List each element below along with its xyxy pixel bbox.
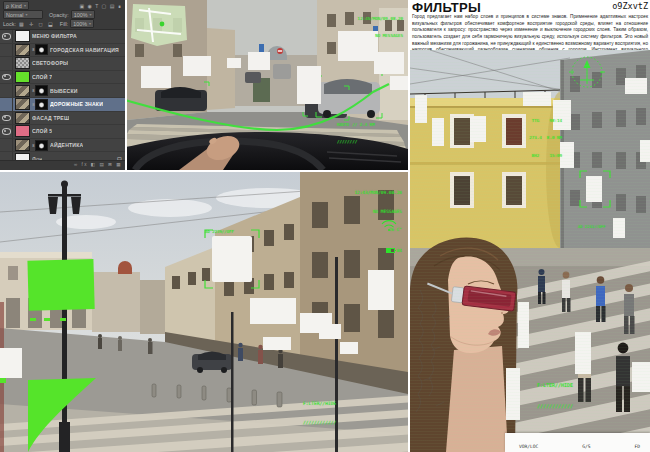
visibility-toggle[interactable] — [0, 57, 13, 70]
visibility-toggle[interactable] — [0, 139, 13, 152]
fill-value: 100% — [73, 21, 87, 27]
layer-name: ДОРОЖНЫЕ ЗНАКИ — [50, 101, 103, 107]
layer-name: МЕНЮ ФИЛЬТРА — [32, 33, 77, 39]
right-text-column: ФИЛЬТРЫ o9ZxvtZ Город предлагает нам наб… — [410, 0, 650, 452]
layer-thumbnail — [15, 44, 30, 56]
layer-name: СВЕТОФОРЫ — [32, 60, 68, 66]
layer-mask-thumbnail — [35, 140, 48, 151]
vor-loc-label: VOR/LOC — [519, 444, 538, 449]
layers-panel-footer-icons[interactable]: ∞ fx ◧ ▤ ⊞ ▦ — [0, 160, 125, 170]
gs-label: G/S — [582, 444, 590, 449]
opacity-value: 100% — [74, 12, 88, 18]
kind-filter-dropdown[interactable]: ρ Kind ▾ — [3, 1, 29, 10]
layer-thumbnail — [15, 125, 30, 137]
visibility-toggle[interactable] — [0, 30, 13, 43]
layer-row[interactable]: СВЕТОФОРЫ — [0, 57, 125, 71]
eye-icon — [2, 128, 11, 135]
street-filter-hud: F:LTER//HIDE //////////// TRAFFIC SIGN /… — [303, 388, 356, 452]
opacity-label: Opacity: — [49, 12, 69, 18]
layer-row[interactable]: 8 ВЫВЕСКИ — [0, 84, 125, 98]
visibility-toggle[interactable] — [0, 112, 13, 125]
layer-mask-thumbnail — [35, 85, 48, 96]
layer-row[interactable]: СЛОЙ 7 — [0, 71, 125, 85]
chevron-down-icon: ▾ — [24, 3, 26, 8]
search-icon: ρ — [6, 3, 9, 9]
kind-label: Kind — [11, 3, 22, 9]
bracket-tag: AD 2239//OFF — [205, 218, 234, 246]
fill-dropdown[interactable]: 100% ▾ — [70, 19, 94, 28]
bracket-tag: AD 2241//OFF — [578, 213, 605, 240]
nav-hud: TTG 98:14 273.4 8.0 NM BH2 15:09 — [529, 106, 562, 171]
layer-thumbnail — [15, 85, 30, 97]
woman-portrait — [410, 238, 517, 452]
fill-label: Fill: — [60, 21, 68, 27]
layer-thumbnail — [15, 112, 30, 124]
layer-name: СЛОЙ 7 — [32, 74, 52, 80]
layer-row[interactable]: МЕНЮ ФИЛЬТРА — [0, 30, 125, 44]
visibility-toggle[interactable] — [0, 84, 13, 97]
filter-type-icons[interactable]: ▣ ◉ T ▢ ▤ ∎ — [79, 3, 122, 9]
visibility-toggle[interactable] — [0, 71, 13, 84]
layer-mask-thumbnail — [35, 99, 48, 110]
fd-label: FD — [634, 444, 640, 449]
blend-mode-dropdown[interactable]: Normal ▾ — [3, 10, 43, 19]
layer-name: ФАСАД ТРЕШ — [32, 115, 69, 121]
chevron-down-icon: ▾ — [25, 12, 27, 17]
drive-status-hud: 12:45/MON/09.08.20 NO MESSAGES — [358, 4, 403, 51]
layer-name: ВЫВЕСКИ — [50, 88, 78, 94]
layers-panel-header: ρ Kind ▾ ▣ ◉ T ▢ ▤ ∎ Normal ▾ Opacity: 1… — [0, 0, 125, 30]
opacity-dropdown[interactable]: 100% ▾ — [71, 10, 95, 19]
current-location-dot — [160, 22, 165, 27]
layer-name: АЙДЕНТИКА — [50, 142, 83, 148]
layer-name: ГОРОДСКАЯ НАВИГАЦИЯ — [50, 47, 119, 53]
layer-thumbnail — [15, 57, 30, 69]
layer-thumbnail — [15, 98, 30, 110]
layer-row[interactable]: 8 ГОРОДСКАЯ НАВИГАЦИЯ — [0, 44, 125, 58]
layer-row[interactable]: 8 АЙДЕНТИКА — [0, 139, 125, 153]
eye-icon — [2, 74, 11, 81]
layer-mask-thumbnail — [35, 44, 48, 55]
lock-option-icons[interactable]: ▩ ✛ ◻ ⬓ — [19, 21, 55, 27]
page-title: ФИЛЬТРЫ — [412, 0, 481, 15]
battery-icon — [386, 248, 395, 254]
layer-thumbnail — [15, 30, 30, 42]
layer-row[interactable]: СЛОЙ 5 — [0, 125, 125, 139]
street-ar-photo: 12:43/MON/09.08.20 NO MESSAGES 26 C° 84 … — [0, 172, 408, 452]
layers-list: МЕНЮ ФИЛЬТРА 8 ГОРОДСКАЯ НАВИГАЦИЯ СВЕТО… — [0, 30, 125, 162]
instrument-bar: VOR/LOC G/S FD — [505, 433, 650, 452]
glasses-ar-photo: TTG 98:14 273.4 8.0 NM BH2 15:09 AD 2241… — [410, 50, 650, 452]
street-status-hud: 12:43/MON/09.08.20 NO MESSAGES 26 C° 84 — [354, 178, 402, 266]
eye-icon — [2, 115, 11, 122]
driving-ar-photo: 12:45/MON/09.08.20 NO MESSAGES ROUTE // … — [127, 0, 408, 170]
blend-mode-value: Normal — [6, 12, 23, 18]
layer-thumbnail — [15, 139, 30, 151]
layer-thumbnail — [15, 71, 30, 83]
board-code: o9ZxvtZ — [612, 1, 648, 11]
drive-nav-hud: ROUTE // 2.4 KM //////// TURN RIGHT 40 M… — [337, 110, 387, 170]
layer-row[interactable]: ФАСАД ТРЕШ — [0, 112, 125, 126]
chevron-down-icon: ▾ — [89, 21, 91, 26]
layer-row-selected[interactable]: 8 ДОРОЖНЫЕ ЗНАКИ — [0, 98, 125, 112]
visibility-toggle[interactable] — [0, 125, 13, 138]
visibility-toggle[interactable] — [0, 44, 13, 57]
lock-label: Lock: — [3, 21, 16, 27]
layer-name: СЛОЙ 5 — [32, 128, 52, 134]
chevron-down-icon: ▾ — [90, 12, 92, 17]
photoshop-layers-panel: ρ Kind ▾ ▣ ◉ T ▢ ▤ ∎ Normal ▾ Opacity: 1… — [0, 0, 125, 170]
eye-icon — [2, 33, 11, 40]
visibility-toggle[interactable] — [0, 98, 13, 111]
minimap-overlay — [131, 4, 187, 46]
car — [192, 352, 232, 374]
design-board: ρ Kind ▾ ▣ ◉ T ▢ ▤ ∎ Normal ▾ Opacity: 1… — [0, 0, 650, 452]
